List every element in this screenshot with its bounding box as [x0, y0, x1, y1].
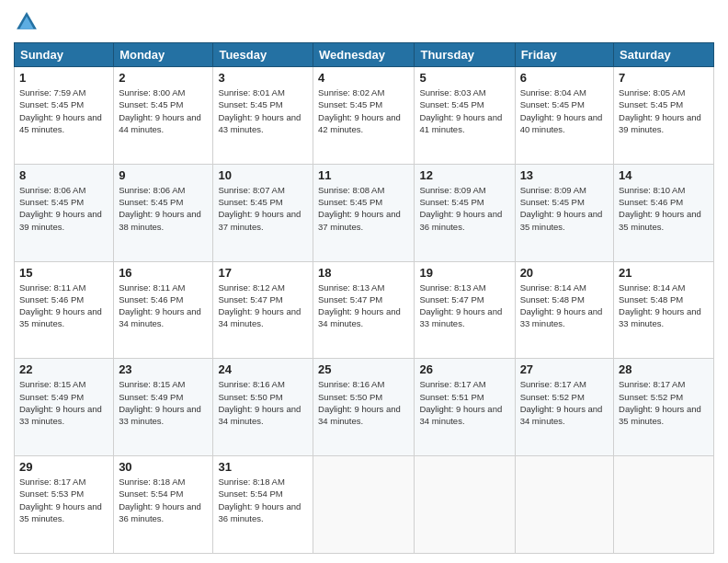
- day-number: 15: [19, 266, 108, 280]
- day-number: 1: [19, 71, 108, 85]
- calendar-week-3: 15 Sunrise: 8:11 AMSunset: 5:46 PMDaylig…: [15, 261, 714, 359]
- calendar-cell: 28 Sunrise: 8:17 AMSunset: 5:52 PMDaylig…: [614, 359, 714, 456]
- cell-info: Sunrise: 8:16 AMSunset: 5:50 PMDaylight:…: [318, 379, 401, 426]
- calendar-cell: 8 Sunrise: 8:06 AMSunset: 5:45 PMDayligh…: [15, 164, 114, 261]
- day-number: 5: [419, 71, 509, 85]
- day-number: 14: [619, 168, 709, 182]
- cell-info: Sunrise: 8:18 AMSunset: 5:54 PMDaylight:…: [119, 477, 201, 523]
- cell-info: Sunrise: 8:01 AMSunset: 5:45 PMDaylight:…: [218, 87, 301, 134]
- cell-info: Sunrise: 8:18 AMSunset: 5:54 PMDaylight:…: [218, 477, 301, 523]
- calendar-cell: 6 Sunrise: 8:04 AMSunset: 5:45 PMDayligh…: [515, 67, 613, 165]
- calendar-cell: [415, 456, 515, 554]
- cell-info: Sunrise: 8:02 AMSunset: 5:45 PMDaylight:…: [318, 87, 401, 134]
- cell-info: Sunrise: 8:14 AMSunset: 5:48 PMDaylight:…: [520, 282, 603, 329]
- page: SundayMondayTuesdayWednesdayThursdayFrid…: [0, 0, 728, 563]
- cell-info: Sunrise: 8:17 AMSunset: 5:51 PMDaylight:…: [419, 379, 502, 426]
- cell-info: Sunrise: 8:10 AMSunset: 5:46 PMDaylight:…: [619, 185, 701, 232]
- calendar-header-saturday: Saturday: [614, 43, 714, 67]
- day-number: 17: [218, 266, 308, 280]
- cell-info: Sunrise: 8:17 AMSunset: 5:52 PMDaylight:…: [520, 379, 603, 426]
- cell-info: Sunrise: 8:04 AMSunset: 5:45 PMDaylight:…: [520, 87, 603, 134]
- calendar-table: SundayMondayTuesdayWednesdayThursdayFrid…: [14, 42, 714, 554]
- day-number: 10: [218, 168, 308, 182]
- cell-info: Sunrise: 8:14 AMSunset: 5:48 PMDaylight:…: [619, 282, 701, 329]
- calendar-cell: 16 Sunrise: 8:11 AMSunset: 5:46 PMDaylig…: [114, 261, 213, 359]
- cell-info: Sunrise: 8:17 AMSunset: 5:52 PMDaylight:…: [619, 379, 701, 426]
- day-number: 31: [218, 460, 308, 474]
- calendar-cell: 7 Sunrise: 8:05 AMSunset: 5:45 PMDayligh…: [614, 67, 714, 165]
- calendar-cell: 25 Sunrise: 8:16 AMSunset: 5:50 PMDaylig…: [313, 359, 415, 456]
- calendar-cell: [515, 456, 613, 554]
- day-number: 6: [520, 71, 609, 85]
- calendar-cell: 15 Sunrise: 8:11 AMSunset: 5:46 PMDaylig…: [15, 261, 114, 359]
- day-number: 20: [520, 266, 609, 280]
- day-number: 28: [619, 362, 709, 376]
- calendar-cell: 13 Sunrise: 8:09 AMSunset: 5:45 PMDaylig…: [515, 164, 613, 261]
- calendar-cell: 4 Sunrise: 8:02 AMSunset: 5:45 PMDayligh…: [313, 67, 415, 165]
- calendar-cell: 2 Sunrise: 8:00 AMSunset: 5:45 PMDayligh…: [114, 67, 213, 165]
- cell-info: Sunrise: 8:06 AMSunset: 5:45 PMDaylight:…: [19, 185, 102, 232]
- calendar-cell: 17 Sunrise: 8:12 AMSunset: 5:47 PMDaylig…: [213, 261, 313, 359]
- cell-info: Sunrise: 8:09 AMSunset: 5:45 PMDaylight:…: [520, 185, 603, 232]
- cell-info: Sunrise: 8:17 AMSunset: 5:53 PMDaylight:…: [19, 477, 102, 523]
- calendar-cell: 11 Sunrise: 8:08 AMSunset: 5:45 PMDaylig…: [313, 164, 415, 261]
- calendar-cell: 12 Sunrise: 8:09 AMSunset: 5:45 PMDaylig…: [415, 164, 515, 261]
- calendar-header-monday: Monday: [114, 43, 213, 67]
- day-number: 9: [119, 168, 208, 182]
- calendar-cell: 30 Sunrise: 8:18 AMSunset: 5:54 PMDaylig…: [114, 456, 213, 554]
- day-number: 27: [520, 362, 609, 376]
- logo-icon: [14, 9, 40, 35]
- cell-info: Sunrise: 8:11 AMSunset: 5:46 PMDaylight:…: [19, 282, 102, 329]
- calendar-cell: 18 Sunrise: 8:13 AMSunset: 5:47 PMDaylig…: [313, 261, 415, 359]
- cell-info: Sunrise: 8:00 AMSunset: 5:45 PMDaylight:…: [119, 87, 201, 134]
- calendar-cell: 26 Sunrise: 8:17 AMSunset: 5:51 PMDaylig…: [415, 359, 515, 456]
- cell-info: Sunrise: 8:15 AMSunset: 5:49 PMDaylight:…: [119, 379, 201, 426]
- calendar-cell: 3 Sunrise: 8:01 AMSunset: 5:45 PMDayligh…: [213, 67, 313, 165]
- calendar-header-thursday: Thursday: [415, 43, 515, 67]
- calendar-cell: 10 Sunrise: 8:07 AMSunset: 5:45 PMDaylig…: [213, 164, 313, 261]
- day-number: 25: [318, 362, 409, 376]
- calendar-cell: [313, 456, 415, 554]
- day-number: 30: [119, 460, 208, 474]
- calendar-cell: 24 Sunrise: 8:16 AMSunset: 5:50 PMDaylig…: [213, 359, 313, 456]
- calendar-cell: 20 Sunrise: 8:14 AMSunset: 5:48 PMDaylig…: [515, 261, 613, 359]
- cell-info: Sunrise: 8:03 AMSunset: 5:45 PMDaylight:…: [419, 87, 502, 134]
- calendar-cell: 27 Sunrise: 8:17 AMSunset: 5:52 PMDaylig…: [515, 359, 613, 456]
- day-number: 23: [119, 362, 208, 376]
- day-number: 29: [19, 460, 108, 474]
- calendar-cell: 31 Sunrise: 8:18 AMSunset: 5:54 PMDaylig…: [213, 456, 313, 554]
- cell-info: Sunrise: 8:09 AMSunset: 5:45 PMDaylight:…: [419, 185, 502, 232]
- day-number: 16: [119, 266, 208, 280]
- calendar-week-4: 22 Sunrise: 8:15 AMSunset: 5:49 PMDaylig…: [15, 359, 714, 456]
- day-number: 26: [419, 362, 509, 376]
- logo: [14, 9, 43, 35]
- day-number: 2: [119, 71, 208, 85]
- cell-info: Sunrise: 8:15 AMSunset: 5:49 PMDaylight:…: [19, 379, 102, 426]
- day-number: 8: [19, 168, 108, 182]
- calendar-header-tuesday: Tuesday: [213, 43, 313, 67]
- calendar-cell: 29 Sunrise: 8:17 AMSunset: 5:53 PMDaylig…: [15, 456, 114, 554]
- calendar-cell: 22 Sunrise: 8:15 AMSunset: 5:49 PMDaylig…: [15, 359, 114, 456]
- day-number: 12: [419, 168, 509, 182]
- day-number: 24: [218, 362, 308, 376]
- day-number: 7: [619, 71, 709, 85]
- cell-info: Sunrise: 8:07 AMSunset: 5:45 PMDaylight:…: [218, 185, 301, 232]
- cell-info: Sunrise: 8:11 AMSunset: 5:46 PMDaylight:…: [119, 282, 201, 329]
- day-number: 4: [318, 71, 409, 85]
- calendar-cell: 1 Sunrise: 7:59 AMSunset: 5:45 PMDayligh…: [15, 67, 114, 165]
- calendar-header-row: SundayMondayTuesdayWednesdayThursdayFrid…: [15, 43, 714, 67]
- calendar-cell: 5 Sunrise: 8:03 AMSunset: 5:45 PMDayligh…: [415, 67, 515, 165]
- cell-info: Sunrise: 7:59 AMSunset: 5:45 PMDaylight:…: [19, 87, 102, 134]
- calendar-cell: [614, 456, 714, 554]
- calendar-cell: 9 Sunrise: 8:06 AMSunset: 5:45 PMDayligh…: [114, 164, 213, 261]
- cell-info: Sunrise: 8:12 AMSunset: 5:47 PMDaylight:…: [218, 282, 301, 329]
- cell-info: Sunrise: 8:05 AMSunset: 5:45 PMDaylight:…: [619, 87, 701, 134]
- cell-info: Sunrise: 8:06 AMSunset: 5:45 PMDaylight:…: [119, 185, 201, 232]
- day-number: 3: [218, 71, 308, 85]
- calendar-cell: 19 Sunrise: 8:13 AMSunset: 5:47 PMDaylig…: [415, 261, 515, 359]
- day-number: 22: [19, 362, 108, 376]
- day-number: 21: [619, 266, 709, 280]
- calendar-header-wednesday: Wednesday: [313, 43, 415, 67]
- calendar-header-sunday: Sunday: [15, 43, 114, 67]
- cell-info: Sunrise: 8:16 AMSunset: 5:50 PMDaylight:…: [218, 379, 301, 426]
